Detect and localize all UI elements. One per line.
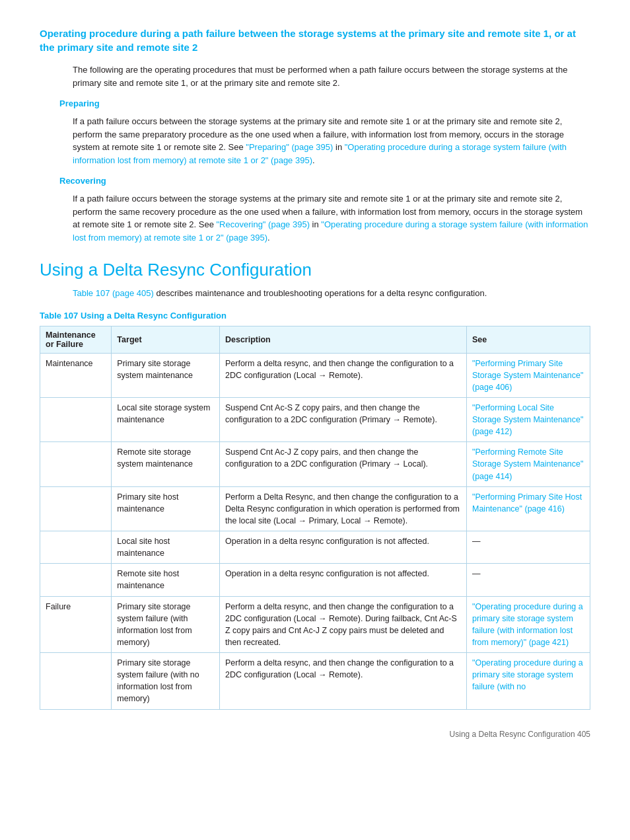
- cell-desc: Operation in a delta resync configuratio…: [219, 564, 466, 596]
- page-footer: Using a Delta Resync Configuration 405: [40, 730, 590, 739]
- col-header-desc: Description: [219, 326, 466, 353]
- cell-desc: Suspend Cnt Ac-J Z copy pairs, and then …: [219, 442, 466, 486]
- cell-see: "Performing Remote Site Storage System M…: [466, 442, 590, 486]
- cell-target: Primary site storage system failure (wit…: [112, 653, 220, 710]
- cell-maint: [40, 653, 112, 710]
- cell-desc: Perform a delta resync, and then change …: [219, 353, 466, 397]
- cell-see: "Performing Local Site Storage System Ma…: [466, 397, 590, 441]
- recovering-in-text: in: [310, 219, 321, 229]
- preparing-subheading: Preparing: [59, 98, 590, 108]
- cell-target: Local site storage system maintenance: [112, 397, 220, 441]
- see-link[interactable]: "Performing Primary Site Host Maintenanc…: [472, 492, 582, 514]
- cell-see: "Operating procedure during a primary si…: [466, 653, 590, 710]
- cell-maint: Maintenance: [40, 353, 112, 397]
- cell-target: Primary site storage system maintenance: [112, 353, 220, 397]
- table-row: Primary site host maintenancePerform a D…: [40, 486, 590, 531]
- cell-maint: [40, 564, 112, 596]
- table-header-row: Maintenanceor Failure Target Description…: [40, 326, 590, 353]
- recovering-end-text: .: [267, 233, 270, 243]
- cell-desc: Suspend Cnt Ac-S Z copy pairs, and then …: [219, 397, 466, 441]
- cell-see: —: [466, 531, 590, 564]
- table-row: MaintenancePrimary site storage system m…: [40, 353, 590, 397]
- cell-maint: [40, 442, 112, 486]
- preparing-text: If a path failure occurs between the sto…: [73, 115, 590, 167]
- recovering-text: If a path failure occurs between the sto…: [73, 192, 590, 244]
- cell-maint: [40, 486, 112, 531]
- cell-maint: Failure: [40, 596, 112, 653]
- see-link[interactable]: "Performing Local Site Storage System Ma…: [472, 403, 583, 436]
- cell-target: Local site host maintenance: [112, 531, 220, 564]
- cell-desc: Perform a delta resync, and then change …: [219, 653, 466, 710]
- cell-desc: Operation in a delta resync configuratio…: [219, 531, 466, 564]
- col-header-target: Target: [112, 326, 220, 353]
- cell-see: —: [466, 564, 590, 596]
- see-link[interactable]: "Performing Remote Site Storage System M…: [472, 447, 583, 480]
- recovering-link1[interactable]: "Recovering" (page 395): [217, 219, 310, 229]
- section1-heading: Operating procedure during a path failur…: [40, 26, 590, 54]
- cell-see: "Performing Primary Site Host Maintenanc…: [466, 486, 590, 531]
- table-row: Remote site host maintenanceOperation in…: [40, 564, 590, 596]
- section2-big-heading: Using a Delta Resync Configuration: [40, 260, 590, 280]
- table107-link[interactable]: Table 107 (page 405): [73, 288, 154, 298]
- preparing-link1[interactable]: "Preparing" (page 395): [246, 142, 333, 152]
- see-link[interactable]: "Performing Primary Site Storage System …: [472, 359, 583, 392]
- cell-see: "Performing Primary Site Storage System …: [466, 353, 590, 397]
- cell-target: Primary site host maintenance: [112, 486, 220, 531]
- preparing-in-text: in: [333, 142, 344, 152]
- table-row: Local site storage system maintenanceSus…: [40, 397, 590, 441]
- cell-target: Remote site storage system maintenance: [112, 442, 220, 486]
- cell-see: "Operating procedure during a primary si…: [466, 596, 590, 653]
- delta-resync-table: Maintenanceor Failure Target Description…: [40, 326, 590, 710]
- cell-target: Primary site storage system failure (wit…: [112, 596, 220, 653]
- recovering-subheading: Recovering: [59, 176, 590, 186]
- section1-intro: The following are the operating procedur…: [73, 63, 590, 89]
- see-link[interactable]: "Operating procedure during a primary si…: [472, 658, 583, 691]
- section2-intro-text: describes maintenance and troubleshootin…: [154, 288, 487, 298]
- table-caption: Table 107 Using a Delta Resync Configura…: [40, 311, 590, 321]
- table-row: Primary site storage system failure (wit…: [40, 653, 590, 710]
- table-row: FailurePrimary site storage system failu…: [40, 596, 590, 653]
- see-link[interactable]: "Operating procedure during a primary si…: [472, 602, 583, 647]
- table-row: Remote site storage system maintenanceSu…: [40, 442, 590, 486]
- cell-maint: [40, 531, 112, 564]
- col-header-maint: Maintenanceor Failure: [40, 326, 112, 353]
- cell-desc: Perform a Delta Resync, and then change …: [219, 486, 466, 531]
- cell-maint: [40, 397, 112, 441]
- col-header-see: See: [466, 326, 590, 353]
- cell-desc: Perform a delta resync, and then change …: [219, 596, 466, 653]
- section2-intro: Table 107 (page 405) describes maintenan…: [73, 287, 590, 300]
- table-row: Local site host maintenanceOperation in …: [40, 531, 590, 564]
- preparing-end-text: .: [312, 155, 315, 165]
- cell-target: Remote site host maintenance: [112, 564, 220, 596]
